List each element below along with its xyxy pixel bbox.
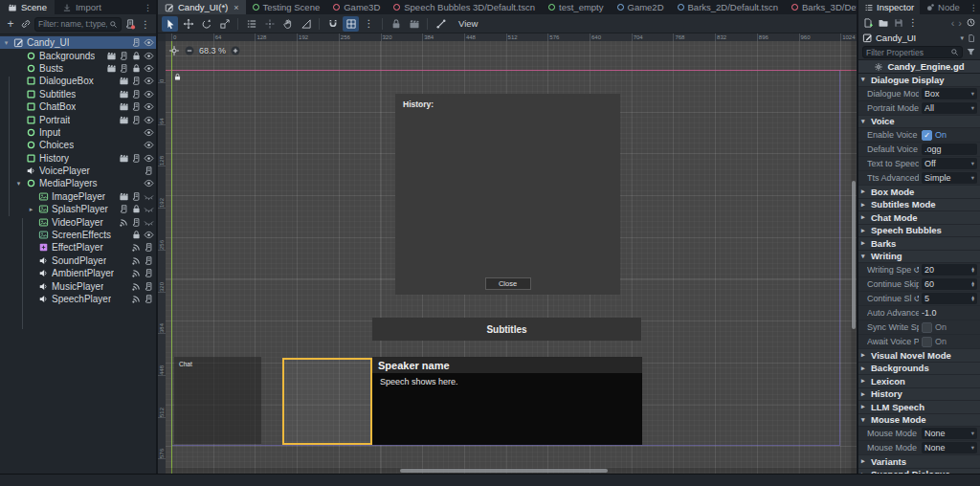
collapse-icon[interactable]: ▾ (14, 180, 23, 188)
checkbox[interactable]: ✓ (922, 130, 932, 141)
tree-node-ImagePlayer[interactable]: ImagePlayer (0, 190, 156, 203)
tree-node-Busts[interactable]: Busts (0, 62, 156, 75)
scene-tab-game3d[interactable]: Game3D (326, 0, 387, 14)
inspector-section-history[interactable]: ▸History (858, 388, 980, 402)
add-node-button[interactable]: + (4, 17, 17, 31)
dropdown-none[interactable]: None▾ (922, 442, 977, 453)
spinner-icon[interactable]: ▴▾ (971, 281, 974, 288)
lock-toggle-icon[interactable] (131, 51, 142, 61)
number-field[interactable]: 20▴▾ (922, 264, 977, 276)
skeleton-options-button[interactable] (433, 16, 449, 32)
lock-toggle-icon[interactable] (131, 63, 142, 74)
eye-toggle-icon[interactable] (144, 89, 154, 99)
tree-node-ScreenEffects[interactable]: ScreenEffects (0, 229, 156, 241)
new-resource-icon[interactable] (862, 17, 874, 29)
tree-node-MusicPlayer[interactable]: MusicPlayer (0, 279, 156, 292)
eye-off-toggle-icon[interactable] (144, 217, 154, 228)
chat-box[interactable]: Chat (174, 357, 261, 444)
inspector-section-lexicon[interactable]: ▸Lexicon (858, 375, 980, 388)
signal-toggle-icon[interactable] (131, 268, 142, 278)
group-toggle-icon[interactable] (119, 76, 129, 86)
script-toggle-icon[interactable] (131, 217, 142, 228)
script-header[interactable]: Candy_Engine.gd (858, 59, 980, 74)
lock-toggle-icon[interactable] (131, 230, 142, 240)
scene-tab-speech-bubbles-3d-default-tscn[interactable]: Speech Bubbles 3D/Default.tscn (387, 0, 542, 14)
node-doc-icon[interactable] (967, 33, 976, 43)
scene-filter-input[interactable]: Filter: name, t:type, g:gr (34, 17, 122, 32)
snap-options-menu[interactable]: ⋮ (361, 16, 377, 32)
expand-icon[interactable]: ▸ (27, 206, 35, 213)
vscroll-thumb[interactable] (852, 181, 856, 329)
view-menu[interactable]: View (451, 18, 485, 29)
hscroll-thumb[interactable] (400, 469, 608, 473)
scene-tab-testing-scene[interactable]: Testing Scene (246, 0, 327, 14)
inspector-section-chat-mode[interactable]: ▸Chat Mode (858, 211, 980, 225)
dropdown-box[interactable]: Box▾ (922, 88, 977, 99)
inspector-section-barks[interactable]: ▸Barks (858, 237, 980, 251)
edit-history-icon[interactable] (966, 17, 976, 28)
number-field[interactable]: 60▴▾ (922, 278, 977, 290)
signal-toggle-icon[interactable] (131, 255, 142, 266)
inspector-section-writing[interactable]: ▾Writing (858, 251, 980, 264)
inspector-section-visual-novel-mode[interactable]: ▸Visual Novel Mode (858, 349, 980, 363)
inspector-section-suspend-dialogue[interactable]: ▸Suspend Dialogue (858, 469, 980, 475)
dock-menu-icon[interactable]: ⋮ (140, 0, 156, 14)
script-toggle-icon[interactable] (131, 191, 142, 202)
dialogue-box[interactable]: Speaker name Speech shows here. (372, 357, 642, 445)
tree-node-SplashPlayer[interactable]: ▸SplashPlayer (0, 203, 156, 215)
move-tool[interactable] (180, 16, 196, 32)
tree-node-ChatBox[interactable]: ChatBox (0, 100, 156, 113)
eye-off-toggle-icon[interactable] (144, 191, 154, 202)
center-view-icon[interactable] (168, 45, 180, 56)
dock-tab-import[interactable]: Import (55, 0, 109, 14)
revert-icon[interactable]: ↺ (913, 265, 919, 275)
scene-tab-barks-2d-default-tscn[interactable]: Barks_2D/Default.tscn (671, 0, 786, 14)
tree-node-VoicePlayer[interactable]: VoicePlayer (0, 165, 156, 177)
dropdown-off[interactable]: Off▾ (922, 158, 977, 169)
collapse-icon[interactable]: ▾ (2, 39, 11, 47)
script-toggle-icon[interactable] (131, 37, 142, 48)
close-button[interactable]: Close (485, 277, 531, 290)
tree-node-Candy_UI[interactable]: ▾Candy_UI (0, 36, 156, 49)
checkbox[interactable] (922, 337, 932, 347)
ruler-tool[interactable] (298, 16, 314, 32)
inspector-section-box-mode[interactable]: ▸Box Mode (858, 186, 980, 199)
scene-tree-menu-icon[interactable]: ⋮ (139, 17, 152, 31)
eye-toggle-icon[interactable] (144, 127, 154, 138)
edited-node-selector[interactable]: Candy_UI ▾ (858, 31, 980, 45)
revert-icon[interactable]: ↺ (914, 294, 919, 303)
tree-node-Backgrounds[interactable]: Backgrounds (0, 49, 156, 61)
script-toggle-icon[interactable] (131, 115, 142, 125)
resource-menu-icon[interactable]: ⋮ (908, 17, 918, 28)
script-toggle-icon[interactable] (119, 204, 129, 214)
select-tool[interactable] (162, 16, 178, 32)
scene-tab-candy-ui-[interactable]: Candy_UI(*)× (158, 0, 246, 14)
rotate-tool[interactable] (198, 16, 214, 32)
script-toggle-icon[interactable] (144, 281, 154, 292)
checkbox[interactable] (922, 322, 932, 333)
eye-toggle-icon[interactable] (144, 37, 154, 48)
script-toggle-icon[interactable] (144, 255, 154, 266)
pan-tool[interactable] (279, 16, 296, 32)
tree-node-DialogueBox[interactable]: DialogueBox (0, 75, 156, 87)
inspector-section-variants[interactable]: ▸Variants (858, 455, 980, 469)
eye-toggle-icon[interactable] (144, 115, 154, 125)
instance-scene-icon[interactable] (20, 18, 32, 30)
property-filter-icon[interactable] (966, 47, 976, 57)
smart-snap-toggle[interactable] (324, 16, 341, 32)
signal-toggle-icon[interactable] (119, 217, 129, 228)
signal-toggle-icon[interactable] (131, 294, 142, 304)
eye-toggle-icon[interactable] (144, 76, 154, 86)
zoom-level[interactable]: 68.3 % (199, 46, 226, 55)
eye-toggle-icon[interactable] (144, 63, 154, 74)
eye-toggle-icon[interactable] (144, 101, 154, 112)
history-panel[interactable]: History: Close (395, 94, 620, 295)
tree-node-Subtitles[interactable]: Subtitles (0, 88, 156, 100)
signal-toggle-icon[interactable] (131, 281, 142, 292)
2d-canvas[interactable]: 68.3 % History: Close Subtitles Chat (166, 41, 857, 474)
script-toggle-icon[interactable] (144, 268, 154, 278)
group-toggle-icon[interactable] (119, 101, 129, 112)
subtitles-bar[interactable]: Subtitles (372, 318, 641, 341)
script-toggle-icon[interactable] (131, 101, 142, 112)
inspector-section-subtitles-mode[interactable]: ▸Subtitles Mode (858, 199, 980, 212)
